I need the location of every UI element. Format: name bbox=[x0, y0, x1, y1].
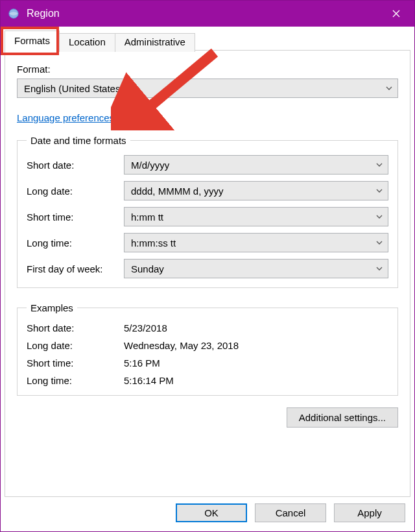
chevron-down-icon bbox=[375, 241, 384, 245]
chevron-down-icon bbox=[385, 86, 394, 90]
group-legend: Date and time formats bbox=[27, 135, 130, 146]
long-date-dropdown[interactable]: dddd, MMMM d, yyyy bbox=[124, 181, 388, 200]
group-date-time-formats: Date and time formats Short date: M/d/yy… bbox=[17, 135, 398, 288]
language-preferences-link[interactable]: Language preferences bbox=[17, 112, 114, 123]
dropdown-value: h:mm tt bbox=[131, 212, 375, 223]
apply-button[interactable]: Apply bbox=[334, 503, 405, 522]
tab-formats[interactable]: Formats bbox=[5, 30, 60, 51]
close-button[interactable] bbox=[381, 1, 412, 27]
long-time-dropdown[interactable]: h:mm:ss tt bbox=[124, 233, 388, 252]
first-day-dropdown[interactable]: Sunday bbox=[124, 259, 388, 278]
tab-label: Formats bbox=[14, 35, 50, 46]
dropdown-value: dddd, MMMM d, yyyy bbox=[131, 186, 375, 197]
first-day-label: First day of week: bbox=[27, 263, 124, 274]
button-label: OK bbox=[204, 507, 219, 518]
cancel-button[interactable]: Cancel bbox=[255, 503, 326, 522]
group-examples: Examples Short date: 5/23/2018 Long date… bbox=[17, 302, 398, 396]
short-date-dropdown[interactable]: M/d/yyyy bbox=[124, 155, 388, 175]
ex-long-date-value: Wednesday, May 23, 2018 bbox=[124, 340, 388, 351]
close-icon bbox=[392, 7, 400, 21]
group-legend: Examples bbox=[27, 302, 77, 313]
ex-short-time-label: Short time: bbox=[27, 357, 124, 369]
region-app-icon bbox=[7, 7, 20, 20]
ex-long-date-label: Long date: bbox=[27, 340, 124, 351]
tab-location[interactable]: Location bbox=[59, 33, 115, 52]
format-dropdown[interactable]: English (United States) bbox=[17, 79, 398, 98]
dropdown-value: English (United States) bbox=[24, 83, 385, 94]
window-title: Region bbox=[27, 8, 381, 19]
ex-short-time-value: 5:16 PM bbox=[124, 357, 388, 369]
region-window: Region Formats Location bbox=[0, 0, 415, 532]
chevron-down-icon bbox=[375, 215, 384, 219]
link-label: Language preferences bbox=[17, 112, 114, 123]
dropdown-value: Sunday bbox=[131, 263, 375, 274]
additional-settings-button[interactable]: Additional settings... bbox=[287, 407, 398, 428]
titlebar: Region bbox=[1, 1, 414, 27]
tab-label: Location bbox=[69, 36, 106, 47]
format-label: Format: bbox=[17, 64, 398, 75]
tab-panel-formats: Format: English (United States) Language… bbox=[5, 50, 410, 497]
ex-long-time-value: 5:16:14 PM bbox=[124, 375, 388, 386]
chevron-down-icon bbox=[375, 163, 384, 167]
tab-strip: Formats Location Administrative bbox=[5, 30, 410, 51]
dropdown-value: M/d/yyyy bbox=[131, 160, 375, 171]
tab-administrative[interactable]: Administrative bbox=[115, 33, 195, 52]
chevron-down-icon bbox=[375, 189, 384, 193]
short-time-dropdown[interactable]: h:mm tt bbox=[124, 207, 388, 226]
ex-long-time-label: Long time: bbox=[27, 375, 124, 386]
long-time-label: Long time: bbox=[27, 237, 124, 248]
ex-short-date-label: Short date: bbox=[27, 322, 124, 333]
short-time-label: Short time: bbox=[27, 212, 124, 223]
button-label: Cancel bbox=[276, 507, 306, 518]
button-label: Additional settings... bbox=[299, 412, 386, 423]
chevron-down-icon bbox=[375, 267, 384, 271]
button-label: Apply bbox=[357, 507, 382, 518]
ok-button[interactable]: OK bbox=[176, 503, 247, 522]
short-date-label: Short date: bbox=[27, 160, 124, 171]
tab-label: Administrative bbox=[124, 36, 185, 47]
long-date-label: Long date: bbox=[27, 186, 124, 197]
ex-short-date-value: 5/23/2018 bbox=[124, 322, 388, 333]
dropdown-value: h:mm:ss tt bbox=[131, 237, 375, 248]
dialog-button-row: OK Cancel Apply bbox=[5, 497, 410, 527]
